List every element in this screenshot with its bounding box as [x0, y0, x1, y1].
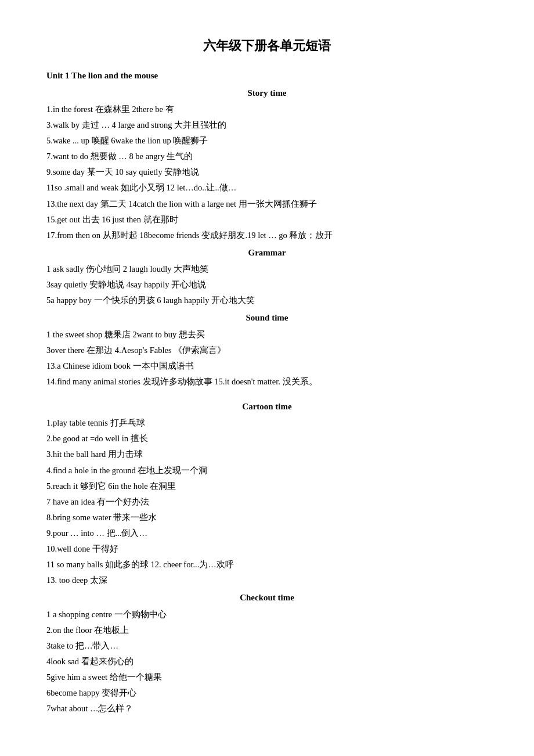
cartoon-line-3: 3.hit the ball hard 用力击球: [46, 447, 488, 462]
story-line-6: 11so .small and weak 如此小又弱 12 let…do..让.…: [46, 180, 488, 195]
cartoon-line-2: 2.be good at =do well in 擅长: [46, 431, 488, 446]
cartoon-line-4: 4.find a hole in the ground 在地上发现一个洞: [46, 463, 488, 478]
grammar-line-3: 5a happy boy 一个快乐的男孩 6 laugh happily 开心地…: [46, 293, 488, 308]
checkout-line-1: 1 a shopping centre 一个购物中心: [46, 607, 488, 622]
cartoon-time-heading: Cartoon time: [46, 399, 488, 414]
sound-time-heading: Sound time: [46, 310, 488, 325]
cartoon-line-5: 5.reach it 够到它 6in the hole 在洞里: [46, 478, 488, 494]
story-line-5: 9.some day 某一天 10 say quietly 安静地说: [46, 164, 488, 179]
cartoon-line-7: 8.bring some water 带来一些水: [46, 510, 488, 525]
sound-line-3: 13.a Chinese idiom book 一本中国成语书: [46, 358, 488, 373]
sound-line-1: 1 the sweet shop 糖果店 2want to buy 想去买: [46, 327, 488, 342]
checkout-time-heading: Checkout time: [46, 590, 488, 605]
story-line-3: 5.wake ... up 唤醒 6wake the lion up 唤醒狮子: [46, 133, 488, 148]
grammar-heading: Grammar: [46, 245, 488, 260]
cartoon-line-9: 10.well done 干得好: [46, 541, 488, 556]
story-line-9: 17.from then on 从那时起 18become friends 变成…: [46, 228, 488, 243]
checkout-line-7: 7what about …怎么样？: [46, 701, 488, 716]
story-line-8: 15.get out 出去 16 just then 就在那时: [46, 212, 488, 227]
checkout-line-3: 3take to 把…带入…: [46, 638, 488, 653]
grammar-content: 1 ask sadly 伤心地问 2 laugh loudly 大声地笑 3sa…: [46, 261, 488, 308]
checkout-line-4: 4look sad 看起来伤心的: [46, 654, 488, 669]
cartoon-line-1: 1.play table tennis 打乒乓球: [46, 415, 488, 430]
story-time-content: 1.in the forest 在森林里 2there be 有 3.walk …: [46, 102, 488, 243]
checkout-line-5: 5give him a sweet 给他一个糖果: [46, 669, 488, 685]
cartoon-line-10: 11 so many balls 如此多的球 12. cheer for...为…: [46, 557, 488, 572]
sound-line-2: 3over there 在那边 4.Aesop's Fables 《伊索寓言》: [46, 343, 488, 358]
checkout-line-6: 6become happy 变得开心: [46, 685, 488, 700]
story-line-2: 3.walk by 走过 … 4 large and strong 大并且强壮的: [46, 117, 488, 132]
sound-time-content: 1 the sweet shop 糖果店 2want to buy 想去买 3o…: [46, 327, 488, 389]
cartoon-line-6: 7 have an idea 有一个好办法: [46, 494, 488, 509]
sound-line-4: 14.find many animal stories 发现许多动物故事 15.…: [46, 374, 488, 389]
checkout-time-content: 1 a shopping centre 一个购物中心 2.on the floo…: [46, 607, 488, 717]
story-line-1: 1.in the forest 在森林里 2there be 有: [46, 102, 488, 117]
cartoon-time-content: 1.play table tennis 打乒乓球 2.be good at =d…: [46, 415, 488, 588]
page-title: 六年级下册各单元短语: [46, 35, 488, 57]
unit1-heading: Unit 1 The lion and the mouse: [46, 68, 488, 83]
story-time-heading: Story time: [46, 85, 488, 100]
story-line-7: 13.the next day 第二天 14catch the lion wit…: [46, 196, 488, 211]
grammar-line-2: 3say quietly 安静地说 4say happily 开心地说: [46, 277, 488, 292]
cartoon-line-8: 9.pour … into … 把...倒入…: [46, 525, 488, 541]
cartoon-line-11: 13. too deep 太深: [46, 573, 488, 588]
checkout-line-2: 2.on the floor 在地板上: [46, 622, 488, 638]
story-line-4: 7.want to do 想要做 … 8 be angry 生气的: [46, 149, 488, 164]
grammar-line-1: 1 ask sadly 伤心地问 2 laugh loudly 大声地笑: [46, 261, 488, 276]
